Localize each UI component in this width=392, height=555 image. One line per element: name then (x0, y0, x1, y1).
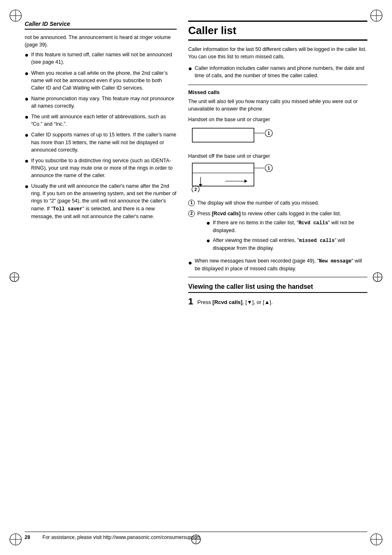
extra-bullet-text: When new messages have been recorded (pa… (195, 257, 367, 273)
step-1-number: 1 (188, 297, 193, 306)
extra-bullet-item: ● When new messages have been recorded (… (188, 257, 367, 273)
sub-list-item-text: If there are no items in the caller list… (213, 219, 367, 235)
corner-mark-br (369, 532, 384, 547)
bullet-icon: ● (188, 65, 192, 72)
side-mark-right (371, 271, 384, 284)
right-list-item-text: Caller information includes caller names… (195, 64, 367, 79)
right-intro: Caller information for the last 50 diffe… (188, 46, 367, 60)
svg-text:2: 2 (194, 187, 197, 192)
corner-mark-tl (8, 8, 23, 23)
list-item-text: Usually the unit will announce the calle… (31, 182, 177, 220)
list-item: ● If you subscribe to a distinctive ring… (25, 157, 177, 179)
corner-mark-tr (369, 8, 384, 23)
handset-on-diagram: Handset on the base unit or charger 1 (188, 117, 367, 147)
page-number: 28 (25, 534, 30, 540)
numbered-item-1: 1 The display will show the number of ca… (188, 199, 367, 207)
divider-2 (188, 277, 367, 277)
list-item-text: Name pronunciation may vary. This featur… (31, 95, 177, 110)
list-item-text: Caller ID supports names of up to 15 let… (31, 131, 177, 153)
divider (188, 85, 367, 85)
list-item-text: When you receive a call while on the pho… (31, 69, 177, 92)
numbered-item-2-content: Press [Rcvd calls] to review other calls… (197, 210, 367, 254)
numbered-item-2-text: Press [Rcvd calls] to review other calls… (197, 211, 341, 216)
right-column: Caller list Caller information for the l… (188, 21, 367, 306)
handset-on-label: Handset on the base unit or charger (188, 117, 367, 122)
bullet-icon: ● (25, 183, 29, 190)
bullet-icon: ● (25, 114, 29, 120)
list-item: ● When you receive a call while on the p… (25, 69, 177, 92)
sub-list-item: ● If there are no items in the caller li… (206, 219, 367, 235)
bullet-icon: ● (25, 158, 29, 164)
num-circle-1: 1 (188, 200, 195, 206)
sub-bullet-list: ● If there are no items in the caller li… (206, 219, 367, 252)
bullet-icon: ● (188, 258, 192, 267)
bullet-icon: ● (25, 52, 29, 58)
footer: 28 For assistance, please visit http://w… (25, 532, 367, 540)
numbered-item-1-text: The display will show the number of call… (197, 199, 319, 207)
numbered-item-2: 2 Press [Rcvd calls] to review other cal… (188, 210, 367, 254)
svg-text:1: 1 (267, 131, 270, 136)
missed-calls-title: Missed calls (188, 89, 367, 95)
handset-off-label: Handset off the base unit or charger (188, 153, 367, 159)
intro-text: not be announced. The announcement is he… (25, 34, 177, 48)
list-item-text: The unit will announce each letter of ab… (31, 113, 177, 128)
section-title: Caller ID Service (25, 21, 177, 30)
list-item-text: If you subscribe to a distinctive ring s… (31, 157, 177, 179)
right-bullet-list: ● Caller information includes caller nam… (188, 64, 367, 79)
list-item-text: If this feature is turned off, caller na… (31, 51, 177, 66)
side-mark-left (8, 271, 21, 284)
svg-rect-21 (192, 128, 254, 142)
footer-text: For assistance, please visit http://www.… (42, 534, 200, 540)
bullet-icon: ● (25, 70, 29, 77)
section2-heading: Viewing the caller list using the handse… (188, 283, 367, 293)
bullet-icon: ● (206, 237, 210, 244)
sub-list-item-text: After viewing the missed call entries, "… (213, 237, 367, 252)
right-list-item: ● Caller information includes caller nam… (188, 64, 367, 79)
bullet-icon: ● (206, 220, 210, 226)
list-item: ● The unit will announce each letter of … (25, 113, 177, 128)
main-title: Caller list (188, 21, 367, 41)
missed-calls-text: The unit will also tell you how many cal… (188, 98, 367, 113)
corner-mark-bl (8, 532, 23, 547)
handset-off-diagram: Handset off the base unit or charger (188, 153, 367, 193)
handset-off-svg: 1 2 (188, 161, 367, 193)
numbered-items: 1 The display will show the number of ca… (188, 199, 367, 273)
handset-on-svg: 1 (188, 125, 367, 147)
list-item: ● Caller ID supports names of up to 15 l… (25, 131, 177, 153)
left-bullet-list: ● If this feature is turned off, caller … (25, 51, 177, 220)
list-item: ● Name pronunciation may vary. This feat… (25, 95, 177, 110)
list-item: ● Usually the unit will announce the cal… (25, 182, 177, 220)
bullet-icon: ● (25, 132, 29, 138)
list-item: ● If this feature is turned off, caller … (25, 51, 177, 66)
bullet-icon: ● (25, 96, 29, 102)
sub-list-item: ● After viewing the missed call entries,… (206, 237, 367, 252)
step-1-container: 1 Press [Rcvd calls], [▼], or [▲]. (188, 297, 367, 306)
step-1-text: Press [Rcvd calls], [▼], or [▲]. (197, 297, 272, 306)
svg-text:1: 1 (267, 166, 270, 170)
num-circle-2: 2 (188, 210, 195, 217)
left-column: Caller ID Service not be announced. The … (25, 21, 177, 306)
